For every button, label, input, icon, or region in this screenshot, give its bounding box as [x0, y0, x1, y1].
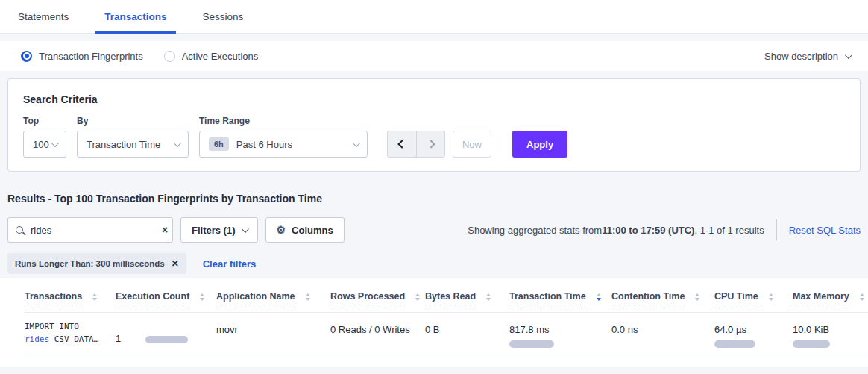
column-header-bytes-read[interactable]: Bytes Read: [425, 291, 509, 305]
vertical-divider: [776, 219, 777, 240]
next-time-window-button[interactable]: [416, 131, 444, 157]
column-header-contention-time[interactable]: Contention Time: [611, 291, 714, 305]
chevron-down-icon: [353, 140, 360, 147]
search-icon: [16, 226, 23, 234]
execution-count-cell: 1: [116, 313, 216, 355]
cpu-time-cell: 64.0 µs: [714, 313, 793, 355]
clear-filters-link[interactable]: Clear filters: [203, 258, 257, 269]
table-row: IMPORT INTO rides CSV DATA… 1 movr 0 Rea…: [25, 313, 868, 355]
search-box: ×: [7, 217, 173, 243]
radio-transaction-fingerprints[interactable]: Transaction Fingerprints: [21, 51, 143, 62]
chevron-down-icon: [845, 52, 852, 59]
search-criteria-panel: Search Criteria Top 100 By Transaction T…: [7, 78, 861, 172]
by-value: Transaction Time: [87, 139, 160, 150]
chevron-down-icon: [241, 225, 248, 233]
sort-icon: [200, 293, 204, 302]
arrow-left-icon: [397, 140, 406, 148]
previous-time-window-button[interactable]: [388, 131, 416, 157]
tab-transactions[interactable]: Transactions: [95, 0, 175, 33]
sort-icon: [486, 293, 491, 302]
column-header-transaction-time[interactable]: Transaction Time: [509, 291, 611, 305]
filter-chip: Runs Longer Than: 300 milliseconds ✕: [7, 253, 186, 274]
transaction-time-cell: 817.8 ms: [509, 313, 611, 355]
top-field: Top 100: [23, 116, 66, 158]
time-range-value: Past 6 Hours: [236, 139, 292, 150]
remove-filter-icon[interactable]: ✕: [172, 258, 179, 269]
sort-icon: [415, 293, 420, 302]
stats-time-range: 11:00 to 17:59 (UTC): [602, 225, 694, 236]
sort-icon: [306, 293, 310, 302]
radio-active-executions[interactable]: Active Executions: [164, 51, 259, 62]
top-value: 100: [33, 139, 49, 150]
chevron-down-icon: [174, 140, 181, 147]
execution-count-bar: [145, 336, 188, 343]
column-header-cpu-time[interactable]: CPU Time: [714, 291, 793, 305]
search-input[interactable]: [31, 225, 162, 236]
results-table: Transactions Execution Count Application…: [0, 278, 868, 367]
sort-desc-icon: [597, 293, 601, 302]
top-select[interactable]: 100: [23, 131, 66, 158]
tab-sessions[interactable]: Sessions: [194, 0, 253, 33]
application-name-cell: movr: [216, 313, 330, 355]
sort-icon: [769, 293, 773, 302]
max-memory-bar: [793, 340, 830, 348]
cpu-time-bar: [714, 340, 755, 348]
time-range-badge: 6h: [209, 137, 229, 151]
results-heading: Results - Top 100 Transaction Fingerprin…: [7, 193, 868, 205]
apply-button[interactable]: Apply: [512, 131, 567, 158]
radio-unselected-icon: [164, 51, 175, 62]
results-controls-row: × Filters (1) ⚙ Columns Showing aggregat…: [7, 217, 861, 243]
column-header-rows-processed[interactable]: Rows Processed: [330, 291, 425, 305]
sql-line: rides CSV DATA…: [25, 333, 116, 346]
bytes-read-cell: 0 B: [425, 313, 509, 355]
view-toggle-row: Transaction Fingerprints Active Executio…: [0, 41, 868, 71]
stats-suffix: , 1-1 of 1 results: [694, 225, 764, 236]
top-label: Top: [23, 116, 66, 126]
clear-search-icon[interactable]: ×: [162, 225, 168, 235]
transaction-fingerprint-cell: IMPORT INTO rides CSV DATA…: [25, 313, 116, 355]
max-memory-cell: 10.0 KiB: [793, 313, 868, 355]
radio-selected-icon: [21, 51, 32, 62]
reset-sql-stats-link[interactable]: Reset SQL Stats: [789, 225, 861, 236]
contention-time-cell: 0.0 ns: [611, 313, 714, 355]
gear-icon: ⚙: [277, 225, 286, 235]
sort-icon: [695, 293, 699, 302]
arrow-right-icon: [427, 140, 435, 148]
by-select[interactable]: Transaction Time: [77, 131, 189, 158]
filters-button[interactable]: Filters (1): [180, 217, 258, 243]
time-range-field: Time Range 6h Past 6 Hours: [199, 116, 368, 158]
transactions-page: Statements Transactions Sessions Transac…: [0, 0, 868, 374]
transaction-link[interactable]: rides: [25, 334, 49, 344]
sort-icon: [860, 293, 864, 302]
by-label: By: [77, 116, 189, 126]
stats-prefix: Showing aggregated stats from: [468, 225, 602, 236]
column-header-max-memory[interactable]: Max Memory: [793, 291, 868, 305]
column-header-application-name[interactable]: Application Name: [216, 291, 330, 305]
time-window-arrows: [387, 131, 445, 158]
search-criteria-title: Search Criteria: [23, 93, 845, 105]
by-field: By Transaction Time: [77, 116, 189, 158]
tab-statements[interactable]: Statements: [9, 0, 78, 33]
columns-button[interactable]: ⚙ Columns: [265, 217, 345, 243]
table-header-row: Transactions Execution Count Application…: [25, 278, 868, 313]
column-header-execution-count[interactable]: Execution Count: [116, 291, 216, 305]
time-range-select[interactable]: 6h Past 6 Hours: [199, 131, 368, 158]
search-criteria-controls: Top 100 By Transaction Time Time Range 6…: [23, 116, 845, 158]
rows-processed-cell: 0 Reads / 0 Writes: [330, 313, 425, 355]
sql-line: IMPORT INTO: [25, 320, 116, 333]
columns-label: Columns: [292, 225, 333, 236]
chevron-down-icon: [51, 140, 59, 147]
column-header-transactions[interactable]: Transactions: [25, 291, 116, 305]
radio-label: Active Executions: [182, 51, 259, 62]
filter-chip-label: Runs Longer Than: 300 milliseconds: [15, 259, 165, 268]
transaction-time-bar: [509, 340, 554, 348]
now-button[interactable]: Now: [453, 131, 491, 158]
show-description-toggle[interactable]: Show description: [764, 51, 850, 62]
time-range-label: Time Range: [199, 116, 368, 126]
aggregated-stats-text: Showing aggregated stats from 11:00 to 1…: [468, 225, 764, 236]
tab-bar: Statements Transactions Sessions: [0, 0, 868, 34]
radio-label: Transaction Fingerprints: [39, 51, 143, 62]
show-description-label: Show description: [764, 51, 838, 62]
sort-icon: [92, 293, 97, 302]
filter-chips-row: Runs Longer Than: 300 milliseconds ✕ Cle…: [7, 253, 868, 274]
